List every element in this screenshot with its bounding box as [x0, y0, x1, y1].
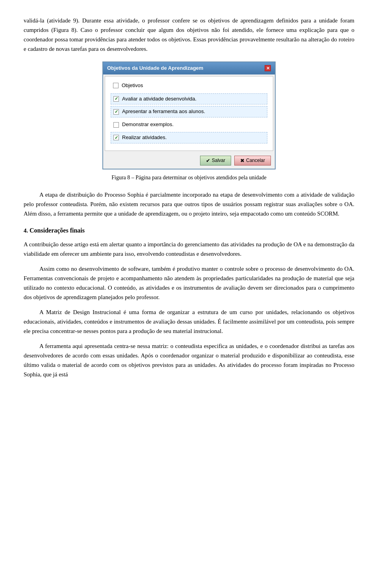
dialog-title: Objetivos da Unidade de Aprendizagem	[107, 64, 203, 73]
paragraph-2: A etapa de distribuição do Processo Soph…	[24, 190, 354, 218]
checkbox-item-2[interactable]	[113, 109, 119, 115]
figure-8-container: Objetivos da Unidade de Aprendizagem ✕ O…	[24, 61, 354, 182]
dialog-list-item-1[interactable]: Avaliar a atividade desenvolvida.	[111, 93, 267, 105]
cancel-button[interactable]: ✖ Cancelar	[234, 156, 271, 166]
dialog-item-text-4: Realizar atividades.	[122, 134, 167, 142]
save-button[interactable]: ✔ Salvar	[200, 156, 231, 166]
paragraph-1: validá-la (atividade 9). Durante essa at…	[24, 16, 354, 54]
dialog-titlebar: Objetivos da Unidade de Aprendizagem ✕	[103, 62, 275, 74]
dialog-item-header: Objetivos	[111, 80, 267, 91]
dialog-list-item-4[interactable]: Realizar atividades.	[111, 132, 267, 143]
cancel-icon: ✖	[240, 158, 245, 164]
paragraph-3: A contribuição desse artigo está em aler…	[24, 240, 354, 259]
section-heading-4: 4. Considerações finais	[24, 225, 354, 236]
checkbox-item-1[interactable]	[113, 96, 119, 102]
dialog-window: Objetivos da Unidade de Aprendizagem ✕ O…	[102, 61, 276, 169]
paragraph-4: Assim como no desenvolvimento de softwar…	[24, 264, 354, 302]
checkbox-item-4[interactable]	[113, 135, 119, 140]
checkbox-item-3[interactable]	[113, 122, 119, 128]
dialog-list-item-2[interactable]: Apresentar a ferramenta aos alunos.	[111, 106, 267, 117]
dialog-item-text-2: Apresentar a ferramenta aos alunos.	[122, 108, 205, 116]
dialog-close-button[interactable]: ✕	[265, 65, 271, 71]
dialog-item-label-0: Objetivos	[122, 82, 143, 90]
save-icon: ✔	[206, 158, 210, 164]
paragraph-5: A Matriz de Design Instrucional é uma fo…	[24, 307, 354, 336]
dialog-footer: ✔ Salvar ✖ Cancelar	[103, 153, 275, 169]
figure-caption: Figura 8 – Página para determinar os obj…	[111, 173, 266, 182]
checkbox-header[interactable]	[113, 83, 119, 88]
dialog-item-text-1: Avaliar a atividade desenvolvida.	[122, 95, 196, 103]
dialog-body: Objetivos Avaliar a atividade desenvolvi…	[105, 76, 273, 151]
dialog-list-item-3[interactable]: Demonstrar exemplos.	[111, 119, 267, 130]
dialog-item-text-3: Demonstrar exemplos.	[122, 121, 174, 129]
paragraph-6: A ferramenta aqui apresentada centra-se …	[24, 341, 354, 379]
